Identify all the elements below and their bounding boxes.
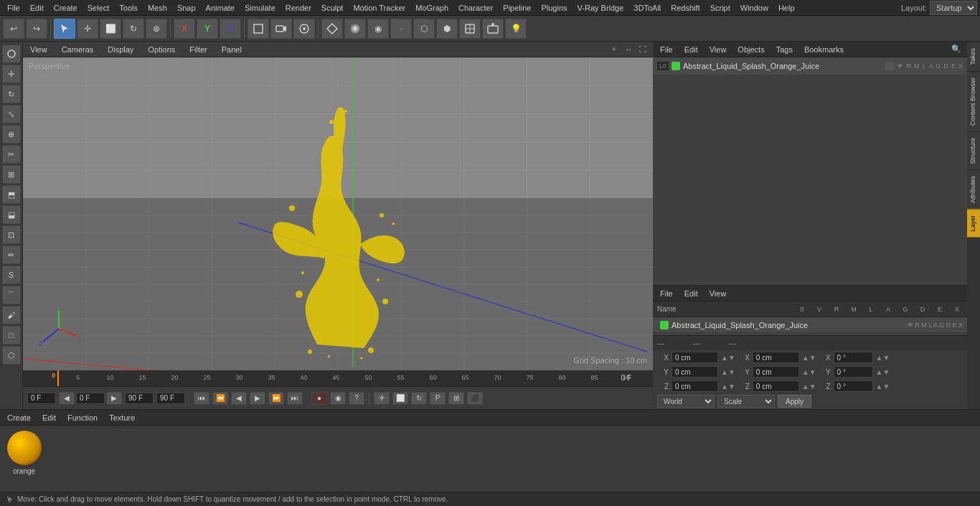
axis-z-button[interactable]: Z (220, 19, 241, 39)
frame-input-step-up[interactable]: ▶ (106, 392, 122, 405)
coord-x-rot[interactable] (834, 352, 873, 363)
render-settings-btn[interactable] (293, 19, 315, 39)
render-view-button[interactable]: ⬛ (467, 392, 483, 405)
preview-end-field[interactable] (156, 393, 185, 404)
coord-y-pos[interactable] (672, 366, 718, 378)
viewport-menu-panel[interactable]: Panel (219, 44, 245, 55)
tool-pen[interactable]: ✏ (2, 245, 21, 264)
tool-object[interactable] (2, 44, 21, 63)
coord-z-scale-spinner[interactable]: ▲▼ (802, 383, 816, 390)
viewport-icon-2[interactable]: ↔ (623, 44, 634, 55)
om-menu-tags[interactable]: Tags (773, 44, 796, 55)
rotate-tool-button[interactable]: ↻ (123, 19, 144, 39)
menu-plugins[interactable]: Plugins (537, 2, 571, 14)
end-frame-field[interactable] (125, 393, 154, 404)
viewport-menu-cameras[interactable]: Cameras (59, 44, 97, 55)
point-mode-btn[interactable]: · (390, 19, 412, 39)
grid-button[interactable]: ⊞ (448, 392, 464, 405)
tool-knife[interactable]: ✂ (2, 145, 21, 164)
tool-extrude[interactable]: ⬒ (2, 185, 21, 204)
move-key-button[interactable]: ✛ (374, 392, 390, 405)
camera-btn[interactable] (270, 19, 292, 39)
step-back-button[interactable]: ⏪ (212, 392, 228, 405)
om-menu-edit[interactable]: Edit (682, 44, 701, 55)
coord-z-pos-spinner[interactable]: ▲▼ (721, 383, 735, 390)
viewport-icon-3[interactable]: ⛶ (637, 44, 649, 55)
tab-content-browser[interactable]: Content Browser (967, 71, 980, 131)
menu-sculpt[interactable]: Sculpt (317, 2, 348, 14)
menu-edit[interactable]: Edit (26, 2, 48, 14)
coord-x-scale[interactable] (753, 352, 799, 363)
coord-x-scale-spinner[interactable]: ▲▼ (802, 354, 816, 362)
coord-x-pos-spinner[interactable]: ▲▼ (721, 354, 735, 362)
tool-scale[interactable]: ⤡ (2, 105, 21, 123)
coord-y-scale[interactable] (753, 366, 799, 378)
object-type-btn[interactable] (248, 19, 269, 39)
menu-create[interactable]: Create (50, 2, 82, 14)
menu-snap[interactable]: Snap (173, 2, 200, 14)
tool-polygon[interactable]: ⬡ (2, 346, 21, 365)
tab-layer[interactable]: Layer (967, 209, 980, 238)
rotate-key-button[interactable]: ↻ (411, 392, 427, 405)
display-mode-btn[interactable] (482, 19, 504, 39)
menu-tools[interactable]: Tools (115, 2, 142, 14)
mat-menu-texture[interactable]: Texture (106, 412, 138, 423)
menu-redshift[interactable]: Redshift (666, 2, 704, 14)
goto-start-button[interactable]: ⏮ (194, 392, 209, 405)
tool-spline[interactable]: S (2, 266, 21, 284)
coord-x-pos[interactable] (672, 352, 718, 363)
om-search-button[interactable]: 🔍 (950, 43, 963, 56)
coord-z-scale[interactable] (753, 380, 799, 392)
menu-pipeline[interactable]: Pipeline (499, 2, 535, 14)
menu-motion-tracker[interactable]: Motion Tracker (349, 2, 410, 14)
tool-paint[interactable]: 🖌 (2, 306, 21, 324)
axis-x-button[interactable]: X (174, 19, 195, 39)
tool-transform2[interactable]: ⊕ (2, 125, 21, 144)
menu-3dtoall[interactable]: 3DToAll (629, 2, 665, 14)
frame-input-step-down[interactable]: ◀ (59, 392, 75, 405)
om-menu-bookmarks[interactable]: Bookmarks (801, 44, 847, 55)
menu-select[interactable]: Select (83, 2, 114, 14)
select-tool-button[interactable] (54, 19, 75, 39)
play-forward-button[interactable]: ▶ (250, 392, 265, 405)
coord-y-rot[interactable] (834, 366, 873, 378)
edge-mode-btn[interactable]: ⬡ (413, 19, 435, 39)
axis-y-button[interactable]: Y (197, 19, 218, 39)
current-frame-field[interactable] (27, 393, 56, 404)
undo-button[interactable]: ↩ (3, 19, 24, 39)
menu-script[interactable]: Script (706, 2, 735, 14)
menu-animate[interactable]: Animate (202, 2, 239, 14)
transform-tool-button[interactable]: ⊕ (146, 19, 167, 39)
menu-file[interactable]: File (3, 2, 24, 14)
attr-menu-file[interactable]: File (657, 288, 676, 299)
wireframe-btn[interactable] (321, 19, 343, 39)
poly-mode-btn[interactable]: ⬢ (436, 19, 458, 39)
object-axis-btn[interactable]: ◉ (367, 19, 389, 39)
uv-edit-btn[interactable] (459, 19, 481, 39)
viewport-icon-1[interactable]: + (608, 44, 620, 55)
om-menu-file[interactable]: File (657, 44, 676, 55)
tab-takes[interactable]: Takes (967, 42, 980, 71)
material-orange-swatch[interactable]: orange (4, 430, 44, 480)
tab-structure[interactable]: Structure (967, 131, 980, 170)
mat-menu-edit[interactable]: Edit (39, 412, 59, 423)
p-button[interactable]: P (430, 392, 446, 405)
apply-button[interactable]: Apply (778, 395, 811, 408)
menu-simulate[interactable]: Simulate (240, 2, 280, 14)
coord-y-rot-spinner[interactable]: ▲▼ (876, 368, 890, 376)
menu-character[interactable]: Character (454, 2, 497, 14)
menu-help[interactable]: Help (774, 2, 799, 14)
attr-object-row[interactable]: Abstract_Liquid_Splash_Orange_Juice 👁 R … (653, 317, 967, 333)
mat-menu-create[interactable]: Create (4, 412, 34, 423)
scale-dropdown[interactable]: Scale (717, 395, 775, 408)
mat-menu-function[interactable]: Function (65, 412, 100, 423)
redo-button[interactable]: ↪ (26, 19, 47, 39)
gouraud-btn[interactable] (344, 19, 366, 39)
light-btn[interactable]: 💡 (505, 19, 527, 39)
step-forward-button[interactable]: ⏩ (268, 392, 284, 405)
tool-loop[interactable]: ⊡ (2, 225, 21, 244)
attr-menu-edit[interactable]: Edit (682, 288, 701, 299)
om-menu-objects[interactable]: Objects (735, 44, 767, 55)
menu-mograph[interactable]: MoGraph (411, 2, 453, 14)
viewport-menu-filter[interactable]: Filter (187, 44, 209, 55)
